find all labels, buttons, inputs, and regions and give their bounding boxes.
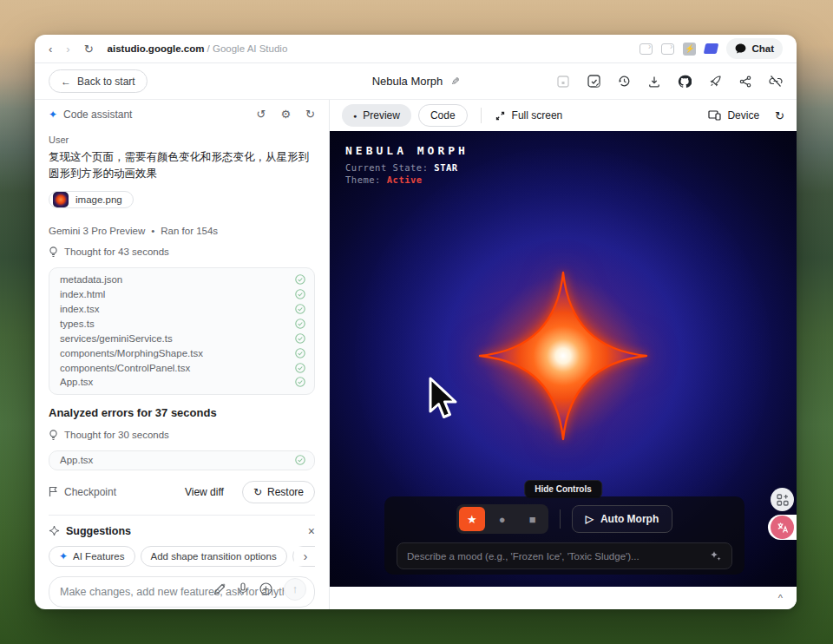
square-shape-button[interactable]: ■ bbox=[520, 507, 546, 531]
panel-history-icon[interactable]: ↺ bbox=[257, 108, 266, 121]
preview-panel: ● Preview Code Full screen Device ↻ bbox=[330, 100, 797, 609]
chevron-up-icon[interactable]: ^ bbox=[778, 593, 783, 603]
save-version-icon[interactable] bbox=[587, 75, 600, 89]
restore-icon: ↻ bbox=[253, 486, 262, 498]
file-row[interactable]: App.tsx bbox=[60, 375, 305, 390]
check-circle-icon bbox=[295, 304, 305, 314]
file-row[interactable]: index.tsx bbox=[60, 302, 305, 317]
bolt-extension-icon[interactable]: ⚡ bbox=[683, 43, 696, 56]
compose-box[interactable]: ↑ bbox=[49, 576, 315, 608]
send-button[interactable]: ↑ bbox=[284, 578, 306, 601]
save-icon[interactable] bbox=[556, 75, 570, 89]
code-assistant-spark-icon: ✦ bbox=[49, 108, 57, 121]
chat-bubble-icon bbox=[735, 43, 746, 54]
control-panel: ★ ● ■ ▷ Auto Morph bbox=[384, 496, 744, 575]
full-screen-button[interactable]: Full screen bbox=[495, 109, 563, 122]
thought-summary-row[interactable]: Thought for 43 seconds bbox=[49, 246, 315, 258]
tab-code[interactable]: Code bbox=[418, 104, 468, 127]
console-collapse-bar[interactable]: ^ bbox=[330, 587, 797, 609]
extension-icon[interactable] bbox=[661, 43, 674, 55]
panel-refresh-icon[interactable]: ↻ bbox=[305, 108, 315, 121]
link-off-icon[interactable] bbox=[769, 75, 783, 89]
mood-sparkle-icon[interactable] bbox=[709, 549, 722, 562]
preview-refresh-icon[interactable]: ↻ bbox=[775, 109, 784, 122]
auto-morph-button[interactable]: ▷ Auto Morph bbox=[572, 505, 673, 533]
history-icon[interactable] bbox=[617, 75, 631, 89]
file-row[interactable]: App.tsx bbox=[60, 453, 305, 468]
generated-files-card: metadata.json index.html index.tsx types… bbox=[49, 267, 315, 395]
restore-button[interactable]: ↻ Restore bbox=[242, 481, 315, 503]
file-name: App.tsx bbox=[60, 377, 93, 387]
browser-refresh-icon[interactable]: ↻ bbox=[84, 43, 94, 55]
rename-pencil-icon[interactable]: ✎ bbox=[450, 76, 459, 88]
panel-settings-gear-icon[interactable]: ⚙ bbox=[280, 108, 291, 121]
deploy-rocket-icon[interactable] bbox=[708, 75, 722, 89]
chip-ai-features[interactable]: ✦ AI Features bbox=[49, 546, 135, 567]
hide-controls-button[interactable]: Hide Controls bbox=[524, 480, 602, 498]
chat-button[interactable]: Chat bbox=[726, 38, 783, 59]
chip-label: AI Features bbox=[73, 551, 124, 562]
file-row[interactable]: components/ControlPanel.tsx bbox=[60, 360, 305, 375]
device-button[interactable]: Device bbox=[708, 109, 759, 122]
file-row[interactable]: metadata.json bbox=[60, 273, 305, 287]
chip-add-transition[interactable]: Add shape transition options bbox=[141, 546, 287, 567]
attachment-thumbnail bbox=[53, 192, 69, 207]
app-preview-canvas[interactable]: NEBULA MORPH Current State: STAR Theme: … bbox=[330, 131, 797, 587]
chat-label: Chat bbox=[751, 43, 774, 54]
star-shape-button[interactable]: ★ bbox=[459, 507, 485, 531]
file-name: index.html bbox=[60, 289, 105, 299]
check-circle-icon bbox=[295, 319, 305, 329]
address-bar[interactable]: aistudio.google.com / Google AI Studio bbox=[108, 43, 288, 54]
circle-shape-button[interactable]: ● bbox=[489, 507, 515, 531]
attachment-chip[interactable]: image.png bbox=[49, 191, 134, 208]
tab-label: Code bbox=[430, 109, 456, 122]
file-row[interactable]: index.html bbox=[60, 287, 305, 302]
device-icon bbox=[708, 110, 721, 121]
thought-summary-row[interactable]: Thought for 30 seconds bbox=[49, 430, 315, 441]
four-point-star-shape bbox=[475, 267, 652, 444]
close-suggestions-icon[interactable]: × bbox=[308, 524, 315, 538]
send-up-icon: ↑ bbox=[292, 582, 298, 595]
file-row[interactable]: services/geminiService.ts bbox=[60, 331, 305, 345]
share-icon[interactable] bbox=[738, 75, 752, 89]
circle-icon: ● bbox=[499, 513, 506, 526]
github-icon[interactable] bbox=[678, 75, 692, 89]
browser-window: ‹ › ↻ aistudio.google.com / Google AI St… bbox=[35, 35, 797, 609]
ai-spark-icon: ✦ bbox=[59, 550, 68, 562]
extension-icon[interactable] bbox=[640, 43, 653, 55]
tab-preview[interactable]: ● Preview bbox=[342, 104, 411, 127]
toolbar-divider bbox=[481, 108, 482, 123]
edit-sparkle-icon[interactable] bbox=[213, 582, 226, 595]
file-row[interactable]: types.ts bbox=[60, 316, 305, 331]
download-icon[interactable] bbox=[647, 75, 661, 89]
grid-capture-extension-button[interactable] bbox=[771, 488, 794, 511]
browser-forward-icon[interactable]: › bbox=[66, 43, 69, 55]
file-row[interactable]: components/MorphingShape.tsx bbox=[60, 345, 305, 360]
translate-extension-button[interactable] bbox=[771, 516, 794, 539]
chip-label: Add shape transition options bbox=[151, 551, 277, 562]
app-header: ← Back to start Nebula Morph ✎ bbox=[35, 63, 797, 100]
restore-label: Restore bbox=[267, 486, 304, 498]
device-label: Device bbox=[727, 109, 759, 122]
flag-extension-icon[interactable] bbox=[704, 43, 719, 54]
auto-morph-label: Auto Morph bbox=[600, 513, 659, 525]
mic-icon[interactable] bbox=[238, 582, 248, 595]
back-to-start-button[interactable]: ← Back to start bbox=[49, 69, 148, 93]
attachment-name: image.png bbox=[75, 194, 122, 205]
preview-toolbar: ● Preview Code Full screen Device ↻ bbox=[330, 100, 797, 131]
full-screen-icon bbox=[495, 110, 506, 122]
mood-input-wrap bbox=[397, 542, 732, 569]
mood-input[interactable] bbox=[407, 551, 709, 562]
add-attachment-icon[interactable] bbox=[259, 582, 272, 595]
browser-back-icon[interactable]: ‹ bbox=[49, 43, 52, 55]
full-screen-label: Full screen bbox=[512, 109, 563, 122]
view-diff-button[interactable]: View diff bbox=[185, 486, 224, 498]
url-path: / Google AI Studio bbox=[204, 43, 287, 54]
meta-dot: • bbox=[151, 226, 154, 236]
lightbulb-icon bbox=[49, 246, 58, 258]
app-title-area: Nebula Morph ✎ bbox=[372, 75, 460, 88]
check-circle-icon bbox=[295, 274, 305, 285]
suggestions-title: Suggestions bbox=[66, 525, 131, 537]
chips-scroll-right-icon[interactable]: › bbox=[294, 547, 315, 566]
file-name: index.tsx bbox=[60, 304, 99, 314]
